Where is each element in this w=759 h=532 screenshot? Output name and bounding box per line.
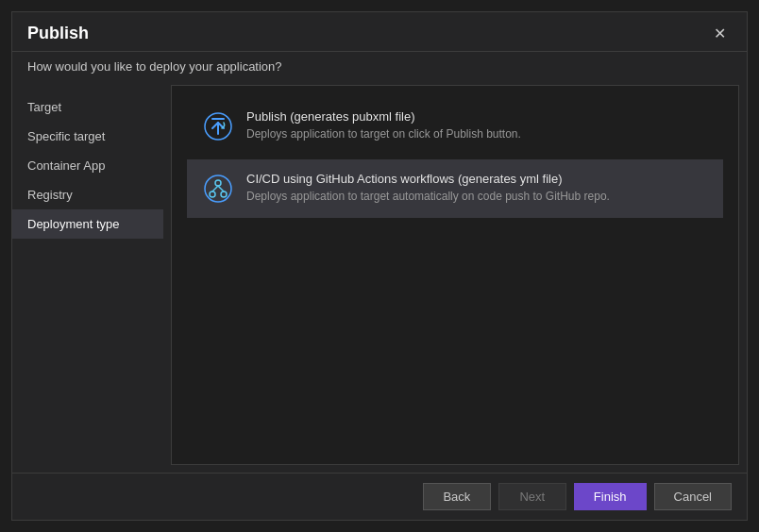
sidebar-item-registry[interactable]: Registry (12, 180, 163, 209)
option-publish-title: Publish (generates pubxml file) (246, 109, 709, 124)
close-button[interactable]: ✕ (708, 25, 732, 43)
option-cicd-text: CI/CD using GitHub Actions workflows (ge… (246, 172, 709, 203)
sidebar-item-specific-target[interactable]: Specific target (12, 122, 163, 151)
title-bar: Publish ✕ (12, 12, 747, 52)
main-panel: Publish (generates pubxml file) Deploys … (171, 85, 739, 465)
cancel-button[interactable]: Cancel (654, 483, 732, 510)
option-cicd-desc: Deploys application to target automatica… (246, 190, 709, 203)
option-publish-desc: Deploys application to target on click o… (246, 127, 709, 141)
sidebar-item-container-app[interactable]: Container App (12, 151, 163, 180)
finish-button[interactable]: Finish (574, 483, 647, 510)
sidebar-item-deployment-type[interactable]: Deployment type (12, 209, 163, 239)
cicd-icon (201, 172, 235, 206)
option-cicd[interactable]: CI/CD using GitHub Actions workflows (ge… (187, 159, 723, 218)
option-publish[interactable]: Publish (generates pubxml file) Deploys … (187, 97, 723, 156)
publish-icon (201, 109, 235, 143)
dialog-subtitle: How would you like to deploy your applic… (12, 52, 747, 85)
back-button[interactable]: Back (423, 483, 491, 510)
dialog-title: Publish (27, 24, 89, 43)
sidebar: Target Specific target Container App Reg… (12, 85, 163, 473)
svg-point-3 (210, 191, 215, 197)
sidebar-item-target[interactable]: Target (12, 92, 163, 122)
svg-point-1 (205, 175, 231, 202)
option-publish-text: Publish (generates pubxml file) Deploys … (246, 109, 709, 141)
content-area: Target Specific target Container App Reg… (12, 85, 747, 473)
publish-dialog: Publish ✕ How would you like to deploy y… (11, 11, 748, 521)
option-cicd-title: CI/CD using GitHub Actions workflows (ge… (246, 172, 709, 186)
svg-point-2 (215, 180, 221, 186)
next-button[interactable]: Next (498, 483, 566, 510)
svg-point-4 (221, 191, 227, 197)
footer: Back Next Finish Cancel (12, 473, 747, 520)
